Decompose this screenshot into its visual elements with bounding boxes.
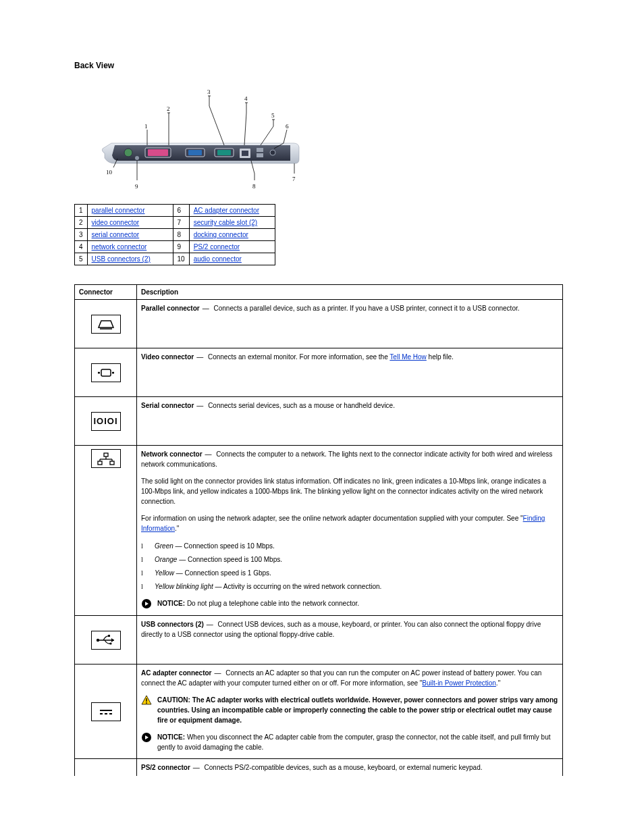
ref-link[interactable]: video connector	[92, 219, 140, 226]
ref-row: 3serial connector8docking connector	[75, 229, 275, 241]
legend-6: 6	[286, 123, 289, 130]
ref-link[interactable]: USB connectors (2)	[92, 255, 151, 263]
legend-8: 8	[252, 183, 256, 190]
svg-rect-23	[110, 461, 114, 465]
ref-link[interactable]: AC adapter connector	[194, 207, 259, 214]
parallel-icon	[91, 315, 121, 334]
svg-rect-14	[101, 369, 111, 376]
network-speed-orange: lOrange — Connection speed is 100 Mbps.	[141, 554, 558, 565]
ref-link[interactable]: PS/2 connector	[194, 243, 240, 251]
svg-point-11	[124, 149, 132, 157]
svg-point-12	[135, 156, 139, 160]
usb-icon	[91, 631, 121, 650]
network-icon	[91, 449, 121, 468]
ps2-icon-cell	[75, 759, 137, 777]
svg-rect-27	[108, 635, 110, 637]
serial-desc: Serial connector— Connects serial device…	[137, 397, 563, 446]
svg-rect-7	[242, 151, 248, 156]
ref-link[interactable]: serial connector	[92, 231, 140, 238]
ref-link[interactable]: security cable slot (2)	[194, 219, 257, 226]
legend-2: 2	[167, 105, 170, 112]
legend-5: 5	[271, 112, 275, 119]
connector-table: Connector Description Parallel c	[74, 284, 563, 776]
ref-link[interactable]: docking connector	[194, 231, 248, 238]
ref-row: 5USB connectors (2)10audio connector	[75, 253, 275, 265]
svg-rect-17	[104, 453, 108, 457]
serial-icon: IOIOI	[91, 412, 121, 431]
network-speed-yellow: lYellow — Connection speed is 1 Gbps.	[141, 568, 558, 578]
svg-rect-1	[148, 149, 168, 156]
ref-link[interactable]: network connector	[92, 243, 147, 251]
tell-me-how-link[interactable]: Tell Me How	[390, 353, 426, 361]
svg-point-28	[109, 643, 111, 645]
legend-9: 9	[135, 183, 138, 190]
legend-3: 3	[207, 88, 211, 95]
notice-icon	[141, 598, 152, 609]
connector-header: Connector	[75, 285, 137, 300]
ac-icon-cell	[75, 664, 137, 759]
ac-caution: CAUTION: The AC adapter works with elect…	[141, 695, 558, 725]
ref-row: 4network connector9PS/2 connector	[75, 241, 275, 253]
legend-4: 4	[244, 95, 248, 102]
legend-10: 10	[106, 169, 113, 176]
back-view-figure: 1 2 3 4 5 6 7 8 9 10	[95, 76, 304, 184]
network-notice: NOTICE: Do not plug a telephone cable in…	[141, 598, 558, 609]
caution-icon	[141, 695, 152, 706]
network-desc: Network connector— Connects the computer…	[137, 446, 563, 616]
video-desc: Video connector— Connects an external mo…	[137, 348, 563, 397]
network-speed-green: lGreen — Connection speed is 10 Mbps.	[141, 541, 558, 551]
serial-icon-cell: IOIOI	[75, 397, 137, 446]
parallel-icon-cell	[75, 300, 137, 348]
video-icon	[91, 363, 121, 382]
svg-rect-22	[98, 461, 102, 465]
legend-7: 7	[292, 176, 296, 182]
network-activity-yellow-blink: lYellow blinking light — Activity is occ…	[141, 581, 558, 592]
ac-adapter-icon	[91, 702, 121, 721]
network-icon-cell	[75, 446, 137, 616]
usb-desc: USB connectors (2)— Connect USB devices,…	[137, 616, 563, 664]
video-icon-cell	[75, 348, 137, 397]
built-in-power-protection-link[interactable]: Built-in Power Protection	[422, 679, 496, 687]
legend-1: 1	[144, 123, 148, 130]
ref-row: 2video connector7security cable slot (2)	[75, 217, 275, 229]
ac-desc: AC adapter connector— Connects an AC ada…	[137, 664, 563, 759]
ac-notice: NOTICE: When you disconnect the AC adapt…	[141, 732, 558, 752]
reference-table: 1parallel connector6AC adapter connector…	[74, 204, 275, 265]
back-view-heading: Back View	[74, 61, 570, 70]
svg-rect-9	[257, 153, 263, 157]
ref-row: 1parallel connector6AC adapter connector	[75, 205, 275, 217]
notice-icon	[141, 732, 152, 743]
parallel-desc: Parallel connector— Connects a parallel …	[137, 300, 563, 348]
svg-point-25	[96, 639, 99, 642]
usb-icon-cell	[75, 616, 137, 664]
svg-rect-8	[257, 148, 263, 152]
svg-rect-5	[217, 150, 231, 155]
ps2-desc: PS/2 connector— Connects PS/2-compatible…	[137, 759, 563, 777]
svg-point-10	[270, 150, 275, 155]
svg-point-34	[146, 702, 147, 704]
ref-link[interactable]: parallel connector	[92, 207, 145, 214]
ref-link[interactable]: audio connector	[194, 255, 242, 263]
svg-rect-3	[188, 150, 202, 155]
description-header: Description	[137, 285, 563, 300]
